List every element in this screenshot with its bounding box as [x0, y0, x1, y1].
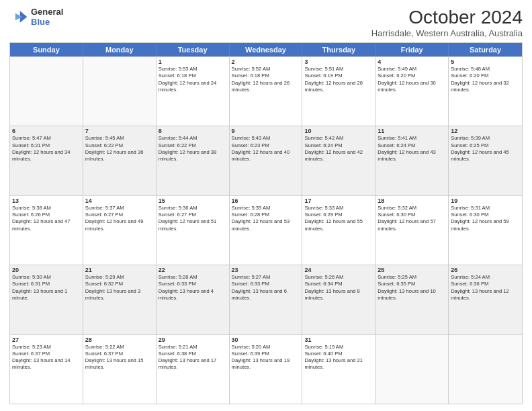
calendar-cell: [375, 335, 449, 404]
calendar-cell: 20Sunrise: 5:30 AMSunset: 6:31 PMDayligh…: [10, 265, 83, 334]
day-number: 10: [304, 128, 373, 134]
calendar-cell: 2Sunrise: 5:52 AMSunset: 6:18 PMDaylight…: [230, 57, 303, 126]
calendar-cell: 15Sunrise: 5:36 AMSunset: 6:27 PMDayligh…: [157, 196, 230, 265]
cell-info: Sunrise: 5:27 AMSunset: 6:33 PMDaylight:…: [232, 274, 300, 302]
day-number: 12: [451, 128, 520, 134]
day-number: 2: [232, 58, 300, 65]
day-number: 20: [12, 267, 81, 273]
cell-info: Sunrise: 5:33 AMSunset: 6:29 PMDaylight:…: [304, 205, 373, 232]
day-number: 21: [85, 267, 154, 273]
cell-info: Sunrise: 5:47 AMSunset: 6:21 PMDaylight:…: [12, 135, 81, 163]
calendar-cell: 31Sunrise: 5:19 AMSunset: 6:40 PMDayligh…: [302, 335, 375, 404]
day-number: 9: [232, 128, 300, 134]
calendar-cell: 14Sunrise: 5:37 AMSunset: 6:27 PMDayligh…: [83, 196, 157, 265]
cell-info: Sunrise: 5:51 AMSunset: 6:19 PMDaylight:…: [304, 66, 373, 93]
calendar-header-cell: Saturday: [449, 43, 522, 56]
calendar-header-cell: Sunday: [10, 43, 83, 56]
calendar-header-cell: Tuesday: [157, 43, 230, 56]
day-number: 31: [304, 336, 373, 343]
day-number: 11: [378, 128, 446, 134]
calendar-cell: 6Sunrise: 5:47 AMSunset: 6:21 PMDaylight…: [10, 126, 83, 195]
day-number: 7: [85, 128, 154, 134]
calendar-cell: 16Sunrise: 5:35 AMSunset: 6:28 PMDayligh…: [230, 196, 303, 265]
calendar-cell: 4Sunrise: 5:49 AMSunset: 6:20 PMDaylight…: [375, 57, 449, 126]
day-number: 16: [232, 197, 300, 204]
cell-info: Sunrise: 5:21 AMSunset: 6:38 PMDaylight:…: [159, 344, 227, 371]
cell-info: Sunrise: 5:45 AMSunset: 6:22 PMDaylight:…: [85, 135, 154, 163]
calendar-cell: 29Sunrise: 5:21 AMSunset: 6:38 PMDayligh…: [157, 335, 230, 404]
calendar-cell: 23Sunrise: 5:27 AMSunset: 6:33 PMDayligh…: [230, 265, 303, 334]
logo-icon: [9, 7, 28, 26]
calendar-cell: 13Sunrise: 5:38 AMSunset: 6:26 PMDayligh…: [10, 196, 83, 265]
cell-info: Sunrise: 5:43 AMSunset: 6:23 PMDaylight:…: [232, 135, 300, 163]
day-number: 19: [451, 197, 520, 204]
day-number: 25: [378, 267, 446, 273]
logo: General Blue: [9, 7, 63, 27]
cell-info: Sunrise: 5:39 AMSunset: 6:25 PMDaylight:…: [451, 135, 520, 163]
calendar: SundayMondayTuesdayWednesdayThursdayFrid…: [9, 42, 523, 404]
calendar-cell: 21Sunrise: 5:29 AMSunset: 6:32 PMDayligh…: [83, 265, 157, 334]
cell-info: Sunrise: 5:35 AMSunset: 6:28 PMDaylight:…: [232, 205, 300, 232]
calendar-header-cell: Wednesday: [230, 43, 303, 56]
cell-info: Sunrise: 5:53 AMSunset: 6:18 PMDaylight:…: [159, 66, 227, 93]
day-number: 14: [85, 197, 154, 204]
cell-info: Sunrise: 5:22 AMSunset: 6:37 PMDaylight:…: [85, 344, 154, 371]
calendar-week-row: 1Sunrise: 5:53 AMSunset: 6:18 PMDaylight…: [10, 56, 522, 126]
calendar-cell: 8Sunrise: 5:44 AMSunset: 6:22 PMDaylight…: [157, 126, 230, 195]
cell-info: Sunrise: 5:26 AMSunset: 6:34 PMDaylight:…: [304, 274, 373, 302]
day-number: 30: [232, 336, 300, 343]
day-number: 5: [451, 58, 520, 65]
cell-info: Sunrise: 5:25 AMSunset: 6:35 PMDaylight:…: [378, 274, 446, 302]
calendar-week-row: 6Sunrise: 5:47 AMSunset: 6:21 PMDaylight…: [10, 126, 522, 195]
day-number: 8: [159, 128, 227, 134]
calendar-cell: 18Sunrise: 5:32 AMSunset: 6:30 PMDayligh…: [375, 196, 449, 265]
cell-info: Sunrise: 5:36 AMSunset: 6:27 PMDaylight:…: [159, 205, 227, 232]
cell-info: Sunrise: 5:19 AMSunset: 6:40 PMDaylight:…: [304, 344, 373, 371]
calendar-header-row: SundayMondayTuesdayWednesdayThursdayFrid…: [10, 43, 522, 56]
calendar-cell: [449, 335, 522, 404]
cell-info: Sunrise: 5:32 AMSunset: 6:30 PMDaylight:…: [378, 205, 446, 232]
cell-info: Sunrise: 5:20 AMSunset: 6:39 PMDaylight:…: [232, 344, 300, 371]
calendar-header-cell: Thursday: [302, 43, 375, 56]
day-number: 3: [304, 58, 373, 65]
cell-info: Sunrise: 5:52 AMSunset: 6:18 PMDaylight:…: [232, 66, 300, 93]
calendar-week-row: 13Sunrise: 5:38 AMSunset: 6:26 PMDayligh…: [10, 195, 522, 265]
calendar-body: 1Sunrise: 5:53 AMSunset: 6:18 PMDaylight…: [10, 56, 522, 404]
day-number: 17: [304, 197, 373, 204]
calendar-cell: 17Sunrise: 5:33 AMSunset: 6:29 PMDayligh…: [302, 196, 375, 265]
day-number: 18: [378, 197, 446, 204]
day-number: 23: [232, 267, 300, 273]
calendar-cell: 25Sunrise: 5:25 AMSunset: 6:35 PMDayligh…: [375, 265, 449, 334]
title-block: October 2024 Harrisdale, Western Austral…: [371, 7, 523, 38]
cell-info: Sunrise: 5:38 AMSunset: 6:26 PMDaylight:…: [12, 205, 81, 232]
calendar-cell: 22Sunrise: 5:28 AMSunset: 6:33 PMDayligh…: [157, 265, 230, 334]
cell-info: Sunrise: 5:30 AMSunset: 6:31 PMDaylight:…: [12, 274, 81, 302]
cell-info: Sunrise: 5:31 AMSunset: 6:30 PMDaylight:…: [451, 205, 520, 232]
calendar-cell: 5Sunrise: 5:48 AMSunset: 6:20 PMDaylight…: [449, 57, 522, 126]
calendar-cell: 9Sunrise: 5:43 AMSunset: 6:23 PMDaylight…: [230, 126, 303, 195]
day-number: 4: [378, 58, 446, 65]
calendar-week-row: 20Sunrise: 5:30 AMSunset: 6:31 PMDayligh…: [10, 265, 522, 334]
calendar-cell: [10, 57, 83, 126]
cell-info: Sunrise: 5:42 AMSunset: 6:24 PMDaylight:…: [304, 135, 373, 163]
day-number: 22: [159, 267, 227, 273]
calendar-cell: 27Sunrise: 5:23 AMSunset: 6:37 PMDayligh…: [10, 335, 83, 404]
subtitle: Harrisdale, Western Australia, Australia: [371, 28, 523, 38]
main-title: October 2024: [371, 7, 523, 28]
day-number: 6: [12, 128, 81, 134]
day-number: 15: [159, 197, 227, 204]
calendar-cell: 11Sunrise: 5:41 AMSunset: 6:24 PMDayligh…: [375, 126, 449, 195]
logo-text: General Blue: [31, 7, 63, 27]
header: General Blue October 2024 Harrisdale, We…: [9, 7, 523, 38]
cell-info: Sunrise: 5:44 AMSunset: 6:22 PMDaylight:…: [159, 135, 227, 163]
calendar-cell: 1Sunrise: 5:53 AMSunset: 6:18 PMDaylight…: [157, 57, 230, 126]
cell-info: Sunrise: 5:29 AMSunset: 6:32 PMDaylight:…: [85, 274, 154, 302]
calendar-cell: [83, 57, 157, 126]
calendar-cell: 19Sunrise: 5:31 AMSunset: 6:30 PMDayligh…: [449, 196, 522, 265]
page: General Blue October 2024 Harrisdale, We…: [0, 0, 532, 411]
calendar-header-cell: Monday: [83, 43, 157, 56]
cell-info: Sunrise: 5:49 AMSunset: 6:20 PMDaylight:…: [378, 66, 446, 93]
cell-info: Sunrise: 5:48 AMSunset: 6:20 PMDaylight:…: [451, 66, 520, 93]
calendar-cell: 26Sunrise: 5:24 AMSunset: 6:36 PMDayligh…: [449, 265, 522, 334]
calendar-cell: 28Sunrise: 5:22 AMSunset: 6:37 PMDayligh…: [83, 335, 157, 404]
